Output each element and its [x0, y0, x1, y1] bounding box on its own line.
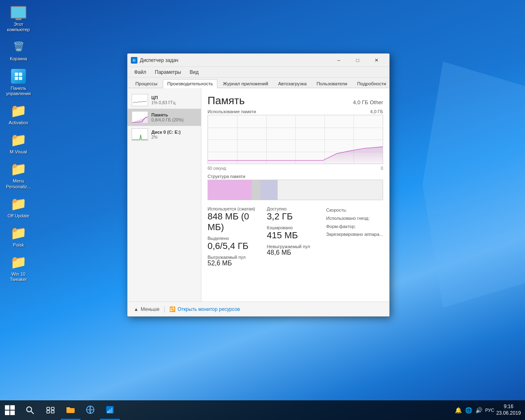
sidebar-item-cpu[interactable]: ЦП 1% 0,83 ГГц: [128, 91, 201, 109]
panel-subtitle: 4,0 ГБ Other: [353, 99, 383, 105]
taskmanager-icon: ⊞: [131, 57, 137, 64]
stat-available-label: Доступно: [267, 206, 318, 211]
panel-header: Память 4,0 ГБ Other: [208, 94, 383, 107]
menubar: Файл Параметры Вид: [128, 67, 389, 78]
disk-text: Диск 0 (C: E:) 2%: [151, 130, 180, 139]
desktop-icon-win10-tweaker[interactable]: 📁 Win 10 Tweaker: [4, 254, 33, 282]
stat-paged: Выгружаемый пул 52,6 МБ: [208, 255, 259, 267]
sidebar-item-disk[interactable]: Диск 0 (C: E:) 2%: [128, 126, 201, 143]
desktop-icon-off-update[interactable]: 📁 Off Update: [4, 196, 33, 219]
tab-users[interactable]: Пользователи: [312, 79, 352, 88]
taskbar-file-explorer[interactable]: [61, 400, 80, 420]
taskbar-taskmanager[interactable]: [100, 400, 120, 420]
monitor-label: Открыть монитор ресурсов: [178, 306, 240, 312]
desktop-icon-m-visual[interactable]: 📁 M.Visual: [4, 132, 33, 155]
windows-logo-icon: [5, 405, 15, 415]
desktop-icon-activation[interactable]: 📁 Activation: [4, 103, 33, 126]
off-update-icon: 📁: [10, 196, 27, 212]
off-update-label: Off Update: [8, 213, 30, 219]
graph-usage-label: Использование памяти: [208, 109, 256, 114]
cpu-thumbnail: [132, 94, 148, 106]
poisk-icon: 📁: [10, 225, 27, 241]
desktop-icon-recycle[interactable]: 🗑️ Корзина: [4, 39, 33, 62]
activation-label: Activation: [9, 120, 28, 126]
menu-personalize-icon: 📁: [10, 161, 27, 177]
clock-time: 9:16: [496, 404, 521, 410]
tab-performance[interactable]: Производительность: [163, 79, 218, 88]
browser-icon: [86, 405, 95, 414]
desktop-icon-menu-personalize[interactable]: 📁 Menu Personaliz...: [4, 161, 33, 189]
tab-processes[interactable]: Процессы: [131, 79, 162, 88]
tab-app-history[interactable]: Журнал приложений: [218, 79, 273, 88]
memory-text: Память 0,8/4,0 ГБ (20%): [151, 112, 184, 122]
desktop-icon-my-computer[interactable]: Этот компьютер: [4, 4, 33, 32]
desktop-icon-poisk[interactable]: 📁 Poisk: [4, 225, 33, 248]
memory-panel: Память 4,0 ГБ Other Использование памяти…: [201, 88, 389, 301]
desktop-icons: Этот компьютер 🗑️ Корзина Панель управле…: [4, 4, 33, 282]
file-explorer-icon: [66, 406, 75, 414]
slots-row: Использовано гнезд:: [326, 215, 383, 223]
stat-committed-label: Выделено: [208, 236, 259, 241]
tab-startup[interactable]: Автозагрузка: [274, 79, 311, 88]
system-clock[interactable]: 9:16 23.06.2019: [496, 404, 521, 416]
memory-stats: Используется (сжатая) 848 МБ (0 МБ) Выде…: [208, 206, 383, 267]
less-button[interactable]: ▲ Меньше: [134, 306, 160, 312]
desktop-icon-control-panel[interactable]: Панель управления: [4, 68, 33, 96]
graph-max-label: 4,0 ГБ: [370, 109, 383, 114]
taskbar-browser[interactable]: [80, 400, 100, 420]
svg-rect-21: [111, 408, 112, 413]
taskbar: 🔔 🌐 🔊 РУС 9:16 23.06.2019: [0, 400, 525, 420]
m-visual-label: M.Visual: [10, 149, 27, 155]
task-view-button[interactable]: [40, 402, 61, 418]
taskmanager-taskbar-icon: [105, 405, 114, 414]
poisk-label: Poisk: [13, 242, 24, 248]
stat-used-label: Используется (сжатая): [208, 206, 259, 211]
close-button[interactable]: ✕: [367, 54, 386, 67]
svg-rect-15: [66, 407, 70, 409]
sidebar-item-memory[interactable]: Память 0,8/4,0 ГБ (20%): [128, 109, 201, 126]
stats-middle: Доступно 3,2 ГБ Кэшировано 415 МБ Невыгр…: [267, 206, 318, 267]
stat-nonpaged-label: Невыгружаемый пул: [267, 244, 318, 249]
menu-view[interactable]: Вид: [186, 68, 202, 76]
tm-content: ЦП 1% 0,83 ГГц Память 0,8/4,0 ГБ (20%): [128, 88, 389, 301]
svg-rect-1: [19, 73, 22, 76]
open-monitor-link[interactable]: 🔁 Открыть монитор ресурсов: [169, 306, 240, 312]
m-visual-icon: 📁: [10, 132, 27, 148]
stat-cached-value: 415 МБ: [267, 230, 318, 241]
stat-committed-value: 0,6/5,4 ГБ: [208, 241, 259, 251]
stat-used: Используется (сжатая) 848 МБ (0 МБ): [208, 206, 259, 233]
clock-date: 23.06.2019: [496, 410, 521, 417]
struct-free: [278, 180, 383, 200]
memory-thumbnail: [132, 111, 148, 123]
tab-bar: Процессы Производительность Журнал прило…: [128, 78, 389, 88]
tray-lang[interactable]: РУС: [485, 408, 494, 413]
stat-cached-label: Кэшировано: [267, 225, 318, 230]
svg-rect-3: [19, 77, 22, 80]
stats-right: Скорость: Использовано гнезд: Форм-факто…: [326, 206, 383, 267]
stat-paged-label: Выгружаемый пул: [208, 255, 259, 260]
svg-rect-19: [107, 411, 109, 413]
tray-notification-icon[interactable]: 🔔: [454, 406, 463, 414]
memory-structure-bar: [208, 180, 383, 200]
chevron-up-icon: ▲: [134, 306, 139, 312]
minimize-button[interactable]: –: [329, 54, 348, 67]
tray-network-icon[interactable]: 🌐: [465, 406, 473, 414]
menu-file[interactable]: Файл: [131, 68, 150, 76]
search-icon: [26, 406, 34, 414]
menu-params[interactable]: Параметры: [152, 68, 185, 76]
speed-row: Скорость:: [326, 206, 383, 215]
system-tray: 🔔 🌐 🔊 РУС 9:16 23.06.2019: [450, 404, 525, 416]
stat-paged-value: 52,6 МБ: [208, 260, 259, 267]
time-left-label: 60 секунд: [208, 166, 226, 171]
my-computer-label: Этот компьютер: [4, 22, 33, 32]
win10-tweaker-label: Win 10 Tweaker: [4, 272, 33, 282]
svg-rect-2: [15, 77, 18, 80]
tab-details[interactable]: Подробности: [353, 79, 390, 88]
memory-graph: [208, 115, 383, 164]
search-button[interactable]: [20, 402, 40, 418]
stat-available: Доступно 3,2 ГБ: [267, 206, 318, 222]
recycle-icon: 🗑️: [10, 39, 27, 55]
start-button[interactable]: [0, 400, 20, 420]
tray-volume-icon[interactable]: 🔊: [475, 406, 483, 414]
maximize-button[interactable]: □: [348, 54, 367, 67]
